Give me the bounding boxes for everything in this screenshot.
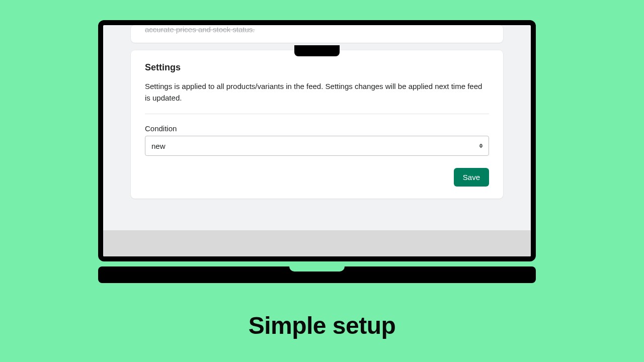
condition-select[interactable]: new: [145, 136, 489, 156]
tagline: Simple setup: [0, 312, 644, 339]
screen-bezel: accurate prices and stock status. Settin…: [98, 20, 536, 261]
laptop-base: [98, 266, 536, 283]
divider: [145, 114, 489, 114]
feed-info-card: accurate prices and stock status.: [131, 25, 503, 43]
condition-label: Condition: [145, 124, 489, 133]
laptop-base-notch: [289, 266, 345, 272]
page-footer-bar: [103, 230, 531, 256]
button-row: Save: [145, 168, 489, 187]
condition-select-wrap: new: [145, 136, 489, 156]
camera-notch: [294, 45, 340, 56]
settings-description: Settings is applied to all products/vari…: [145, 81, 489, 104]
settings-card: Settings Settings is applied to all prod…: [131, 50, 503, 199]
laptop-frame: accurate prices and stock status. Settin…: [98, 20, 536, 283]
screen: accurate prices and stock status. Settin…: [103, 25, 531, 256]
feed-info-peek-text: accurate prices and stock status.: [145, 25, 255, 34]
settings-title: Settings: [145, 62, 489, 73]
save-button[interactable]: Save: [454, 168, 489, 187]
